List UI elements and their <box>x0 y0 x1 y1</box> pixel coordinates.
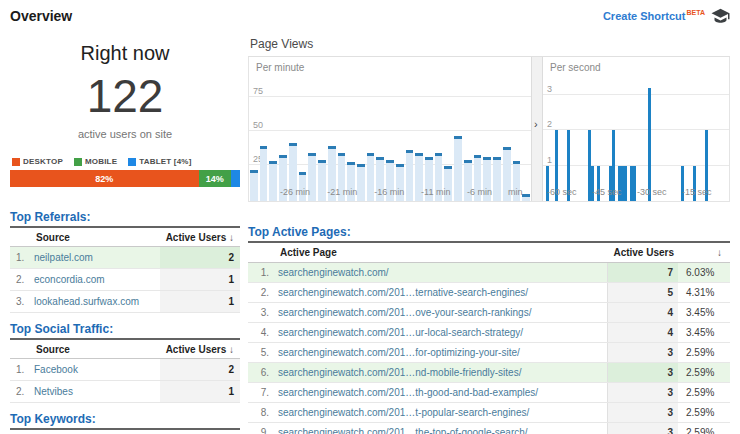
chart-gridline <box>543 165 729 166</box>
row-users: 5 <box>607 283 678 303</box>
row-rank: 4. <box>248 323 274 343</box>
table-row: 2.econcordia.com1 <box>10 269 240 291</box>
left-table-section: Top Referrals:SourceActive Users ↓1.neil… <box>10 210 240 313</box>
page-title: Overview <box>10 8 72 24</box>
row-rank: 2. <box>10 269 30 291</box>
right-now-label: Right now <box>10 42 240 65</box>
table-row: 9.searchenginewatch.com/201…the-top-of-g… <box>248 423 730 434</box>
row-rank: 5. <box>248 343 274 363</box>
pageviews-minute-bar <box>250 170 258 201</box>
rank-header <box>10 429 30 434</box>
row-rank: 2. <box>248 283 274 303</box>
row-rank: 6. <box>248 363 274 383</box>
sort-descending-icon[interactable]: ↓ <box>717 247 722 258</box>
metric-header: Active Users ↓ <box>160 339 240 359</box>
row-percent: 2.59% <box>678 403 730 423</box>
table-row: 3.searchenginewatch.com/201…ove-your-sea… <box>248 303 730 323</box>
row-percent: 4.31% <box>678 283 730 303</box>
chart-divider[interactable]: › <box>531 57 543 201</box>
pageviews-minute-bar <box>357 164 365 201</box>
metric-header: Active Users ↓ <box>160 429 240 434</box>
metric-header-label: Active Users <box>166 344 229 355</box>
table-row: 7.searchenginewatch.com/201…th-good-and-… <box>248 383 730 403</box>
table-row: 2.Netvibes1 <box>10 381 240 403</box>
row-link[interactable]: searchenginewatch.com/201…t-popular-sear… <box>274 403 607 423</box>
row-link[interactable]: neilpatel.com <box>30 247 160 269</box>
row-link[interactable]: searchenginewatch.com/201…for-optimizing… <box>274 343 607 363</box>
sort-descending-icon[interactable]: ↓ <box>229 344 234 355</box>
gridline-label: 3 <box>547 84 552 94</box>
pageviews-minute-bar <box>522 194 530 201</box>
row-link[interactable]: lookahead.surfwax.com <box>30 291 160 313</box>
active-users-sublabel: active users on site <box>10 128 240 140</box>
table-row: 6.searchenginewatch.com/201…nd-mobile-fr… <box>248 363 730 383</box>
row-link[interactable]: searchenginewatch.com/201…th-good-and-ba… <box>274 383 607 403</box>
row-link[interactable]: Netvibes <box>30 381 160 403</box>
section-title: Top Social Traffic: <box>10 322 240 336</box>
pageviews-minute-bar <box>406 150 414 201</box>
row-percent: 2.59% <box>678 363 730 383</box>
row-link[interactable]: searchenginewatch.com/201…the-top-of-goo… <box>274 423 607 434</box>
rank-header <box>10 227 30 247</box>
chart-gridline <box>543 94 729 95</box>
row-rank: 1. <box>248 263 274 283</box>
x-axis-label: -26 min <box>280 187 310 197</box>
row-rank: 3. <box>10 291 30 313</box>
dimension-header: Source <box>30 339 160 359</box>
table-row: 3.lookahead.surfwax.com1 <box>10 291 240 313</box>
x-axis-label: min <box>508 187 523 197</box>
row-rank: 3. <box>248 303 274 323</box>
per-minute-label: Per minute <box>256 62 304 73</box>
x-axis-label: -6 min <box>467 187 492 197</box>
data-table: SourceActive Users ↓1.neilpatel.com22.ec… <box>10 226 240 313</box>
row-users: 3 <box>607 343 678 363</box>
row-link[interactable]: searchenginewatch.com/201…ove-your-searc… <box>274 303 607 323</box>
table-row: 1.Facebook2 <box>10 359 240 381</box>
row-link[interactable]: searchenginewatch.com/ <box>274 263 607 283</box>
table-row: 4.searchenginewatch.com/201…ur-local-sea… <box>248 323 730 343</box>
data-table: KeywordActive Users ↓1.(not provided)76 <box>10 428 240 434</box>
metric-header: Active Users <box>607 242 678 263</box>
row-link[interactable]: searchenginewatch.com/201…nd-mobile-frie… <box>274 363 607 383</box>
left-tables: Top Referrals:SourceActive Users ↓1.neil… <box>10 210 240 434</box>
row-percent: 3.45% <box>678 323 730 343</box>
sort-descending-icon[interactable]: ↓ <box>229 232 234 243</box>
row-link[interactable]: searchenginewatch.com/201…ur-local-searc… <box>274 323 607 343</box>
create-shortcut-link[interactable]: Create ShortcutBETA <box>603 9 705 22</box>
active-users-count: 122 <box>10 73 240 119</box>
row-percent: 3.45% <box>678 303 730 323</box>
top-active-pages-section: Top Active Pages: Active PageActive User… <box>248 225 730 434</box>
row-link[interactable]: econcordia.com <box>30 269 160 291</box>
row-rank: 8. <box>248 403 274 423</box>
per-second-label: Per second <box>550 62 601 73</box>
row-link[interactable]: Facebook <box>30 359 160 381</box>
graduation-cap-icon[interactable] <box>711 8 730 23</box>
section-title: Top Keywords: <box>10 412 240 426</box>
device-legend-item: MOBILE <box>74 157 117 166</box>
row-percent: 2.59% <box>678 343 730 363</box>
x-axis-label: -16 min <box>374 187 404 197</box>
row-rank: 1. <box>10 247 30 269</box>
row-value: 1 <box>160 291 240 313</box>
table-header-row: SourceActive Users ↓ <box>10 339 240 359</box>
page-views-title: Page Views <box>248 28 730 57</box>
row-users: 3 <box>607 363 678 383</box>
row-link[interactable]: searchenginewatch.com/201…ternative-sear… <box>274 283 607 303</box>
chevron-right-icon[interactable]: › <box>534 119 538 129</box>
row-percent: 2.59% <box>678 423 730 434</box>
section-title: Top Referrals: <box>10 210 240 224</box>
per-minute-chart: Per minute 255075-26 min-21 min-16 min-1… <box>249 57 531 201</box>
metric-header-label: Active Users <box>166 232 229 243</box>
row-rank: 7. <box>248 383 274 403</box>
row-rank: 9. <box>248 423 274 434</box>
pageviews-minute-bar <box>269 161 277 201</box>
x-axis-label: -30 sec <box>637 187 667 197</box>
table-row: 5.searchenginewatch.com/201…for-optimizi… <box>248 343 730 363</box>
x-axis-label: -60 sec <box>547 187 577 197</box>
row-value: 1 <box>160 381 240 403</box>
pageviews-second-bar <box>648 88 651 201</box>
per-second-chart: Per second 123-60 sec-45 sec-30 sec-15 s… <box>543 57 729 201</box>
gridline-label: 75 <box>253 86 263 96</box>
device-bar-segment <box>231 170 240 187</box>
row-value: 2 <box>160 359 240 381</box>
